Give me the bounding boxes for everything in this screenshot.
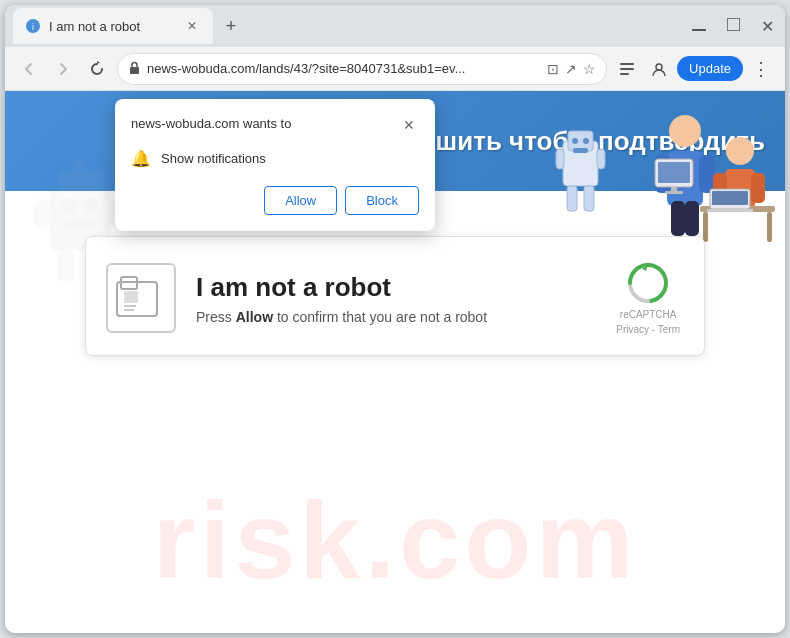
svg-point-41: [83, 198, 99, 214]
bell-icon: 🔔: [131, 149, 151, 168]
close-button[interactable]: ✕: [757, 17, 777, 36]
watermark: risk.com: [153, 476, 637, 603]
window-controls: ✕: [689, 17, 777, 36]
notification-label: Show notifications: [161, 151, 266, 166]
browser-window: i I am not a robot ✕ + ✕: [5, 5, 785, 633]
lock-icon: [128, 60, 141, 78]
svg-rect-33: [671, 187, 677, 191]
main-content-card: I am not a robot Press Allow to confirm …: [85, 236, 705, 356]
recaptcha-links: Privacy - Term: [616, 324, 680, 335]
svg-rect-45: [57, 251, 75, 281]
recaptcha-widget: reCAPTCHA Privacy - Term: [616, 261, 680, 335]
screenshare-icon[interactable]: ⊡: [547, 61, 559, 77]
nav-right-controls: Update ⋮: [613, 55, 775, 83]
block-button[interactable]: Block: [345, 186, 419, 215]
svg-rect-27: [751, 173, 765, 203]
url-text: news-wobuda.com/lands/43/?site=8040731&s…: [147, 61, 541, 76]
svg-point-11: [572, 138, 578, 144]
svg-rect-42: [65, 221, 95, 229]
tab-title: I am not a robot: [49, 19, 175, 34]
svg-rect-22: [671, 201, 685, 236]
card-icon: [106, 263, 176, 333]
svg-text:i: i: [32, 22, 34, 32]
tab-close-button[interactable]: ✕: [183, 17, 201, 35]
popup-close-button[interactable]: ✕: [399, 115, 419, 135]
svg-rect-4: [130, 67, 139, 74]
bookmark-icon[interactable]: ☆: [583, 61, 596, 77]
svg-rect-43: [33, 199, 51, 229]
recaptcha-label: reCAPTCHA: [620, 309, 677, 320]
svg-rect-15: [597, 149, 605, 169]
svg-rect-51: [124, 291, 138, 303]
svg-rect-37: [707, 209, 753, 212]
new-tab-button[interactable]: +: [217, 12, 245, 40]
page-content: ешить чтобы подтвердить: [5, 91, 785, 633]
svg-rect-3: [727, 18, 740, 31]
svg-rect-16: [567, 186, 577, 211]
card-desc-prefix: Press: [196, 309, 236, 325]
svg-rect-32: [658, 162, 690, 183]
back-button[interactable]: [15, 55, 43, 83]
update-button[interactable]: Update: [677, 56, 743, 81]
notification-popup: news-wobuda.com wants to ✕ 🔔 Show notifi…: [115, 99, 435, 231]
svg-rect-23: [685, 201, 699, 236]
svg-point-47: [74, 159, 86, 171]
card-title: I am not a robot: [196, 272, 596, 303]
active-tab[interactable]: i I am not a robot ✕: [13, 8, 213, 44]
popup-site-text: news-wobuda.com wants to: [131, 115, 291, 133]
svg-rect-34: [665, 191, 683, 194]
title-bar: i I am not a robot ✕ + ✕: [5, 5, 785, 47]
reload-button[interactable]: [83, 55, 111, 83]
maximize-button[interactable]: [723, 18, 743, 34]
card-desc-suffix: to confirm that you are not a robot: [273, 309, 487, 325]
browser-menu-button[interactable]: ⋮: [747, 55, 775, 83]
share-icon[interactable]: ↗: [565, 61, 577, 77]
svg-point-40: [61, 198, 77, 214]
card-allow-bold: Allow: [236, 309, 273, 325]
tab-favicon: i: [25, 18, 41, 34]
svg-rect-17: [584, 186, 594, 211]
svg-rect-2: [692, 29, 706, 31]
svg-rect-21: [699, 155, 715, 193]
card-text: I am not a robot Press Allow to confirm …: [196, 272, 596, 325]
forward-button[interactable]: [49, 55, 77, 83]
card-description: Press Allow to confirm that you are not …: [196, 309, 596, 325]
reading-mode-button[interactable]: [613, 55, 641, 83]
svg-rect-7: [620, 73, 629, 75]
svg-rect-30: [767, 212, 772, 242]
allow-button[interactable]: Allow: [264, 186, 337, 215]
svg-point-24: [726, 137, 754, 165]
address-bar-icons: ⊡ ↗ ☆: [547, 61, 596, 77]
notification-row: 🔔 Show notifications: [131, 149, 419, 168]
svg-rect-36: [712, 191, 748, 205]
svg-point-8: [656, 64, 662, 70]
minimize-button[interactable]: [689, 18, 709, 34]
popup-buttons: Allow Block: [131, 186, 419, 215]
navigation-bar: news-wobuda.com/lands/43/?site=8040731&s…: [5, 47, 785, 91]
svg-point-18: [669, 115, 701, 147]
svg-rect-5: [620, 63, 634, 65]
svg-rect-13: [573, 148, 588, 153]
svg-rect-29: [703, 212, 708, 242]
profile-button[interactable]: [645, 55, 673, 83]
address-bar[interactable]: news-wobuda.com/lands/43/?site=8040731&s…: [117, 53, 607, 85]
svg-rect-6: [620, 68, 634, 70]
popup-header: news-wobuda.com wants to ✕: [131, 115, 419, 135]
tabs-area: i I am not a robot ✕ +: [13, 5, 689, 47]
svg-point-12: [583, 138, 589, 144]
svg-rect-14: [556, 149, 564, 169]
